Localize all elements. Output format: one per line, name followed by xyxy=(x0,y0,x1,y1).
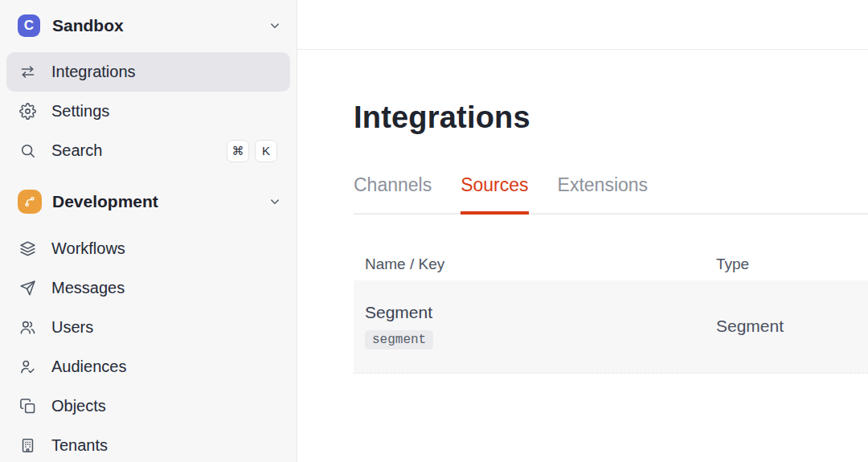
source-name: Segment xyxy=(365,303,694,322)
person-check-icon xyxy=(19,358,36,375)
tab-extensions[interactable]: Extensions xyxy=(558,174,649,215)
table-header: Name / Key Type xyxy=(354,256,868,280)
workspace-name: Sandbox xyxy=(52,16,124,35)
table-row[interactable]: Segment segment Segment xyxy=(354,280,868,374)
building-icon xyxy=(19,437,36,454)
sidebar-item-messages[interactable]: Messages xyxy=(6,268,290,308)
tab-bar: Channels Sources Extensions xyxy=(354,174,868,215)
source-name-cell: Segment segment xyxy=(354,285,705,367)
courier-logo: C xyxy=(18,14,40,37)
gear-icon xyxy=(19,103,36,120)
sidebar-item-users[interactable]: Users xyxy=(6,308,290,347)
sidebar-item-label: Integrations xyxy=(51,63,136,81)
sidebar-item-tenants[interactable]: Tenants xyxy=(6,426,290,462)
workspace-switcher[interactable]: C Sandbox xyxy=(6,14,290,37)
source-type-cell: Segment xyxy=(705,317,868,336)
sources-table: Name / Key Type Segment segment Segment xyxy=(354,256,868,374)
sidebar-item-objects[interactable]: Objects xyxy=(6,386,290,426)
chevron-down-icon xyxy=(268,194,282,209)
top-bar xyxy=(297,0,868,50)
sidebar-item-label: Messages xyxy=(51,279,125,297)
keycap-k: K xyxy=(255,140,277,162)
sidebar-item-label: Audiences xyxy=(51,358,126,376)
git-branch-icon xyxy=(18,190,42,214)
main-area: Integrations Channels Sources Extensions… xyxy=(297,0,868,462)
column-header-name-key: Name / Key xyxy=(354,256,705,273)
sidebar: C Sandbox Integrations Settings Search ⌘… xyxy=(0,0,297,462)
section-label: Development xyxy=(52,192,158,211)
integrations-page: Integrations Channels Sources Extensions… xyxy=(297,50,868,374)
tab-channels[interactable]: Channels xyxy=(354,174,432,215)
tab-sources[interactable]: Sources xyxy=(461,174,528,215)
sidebar-section-development[interactable]: Development xyxy=(6,182,290,221)
sidebar-item-search[interactable]: Search ⌘ K xyxy=(6,131,290,170)
users-icon xyxy=(19,319,36,336)
sidebar-item-label: Tenants xyxy=(51,436,108,455)
sidebar-item-audiences[interactable]: Audiences xyxy=(6,347,290,386)
sidebar-item-label: Workflows xyxy=(51,239,125,258)
source-key-badge: segment xyxy=(365,330,433,350)
column-header-type: Type xyxy=(705,256,868,273)
sidebar-item-label: Settings xyxy=(51,102,109,121)
keycap-cmd: ⌘ xyxy=(227,140,249,162)
transfer-arrows-icon xyxy=(19,63,36,80)
search-icon xyxy=(19,142,36,159)
page-title: Integrations xyxy=(354,100,868,136)
sidebar-item-settings[interactable]: Settings xyxy=(6,92,290,131)
sidebar-item-label: Users xyxy=(51,318,93,337)
paper-plane-icon xyxy=(19,280,36,296)
copy-icon xyxy=(19,398,36,415)
layers-icon xyxy=(19,240,36,257)
sidebar-item-label: Objects xyxy=(51,397,106,415)
sidebar-item-workflows[interactable]: Workflows xyxy=(6,229,290,268)
search-shortcut: ⌘ K xyxy=(227,140,277,162)
sidebar-item-label: Search xyxy=(51,141,102,160)
sidebar-item-integrations[interactable]: Integrations xyxy=(6,52,290,92)
chevron-down-icon xyxy=(268,18,282,33)
